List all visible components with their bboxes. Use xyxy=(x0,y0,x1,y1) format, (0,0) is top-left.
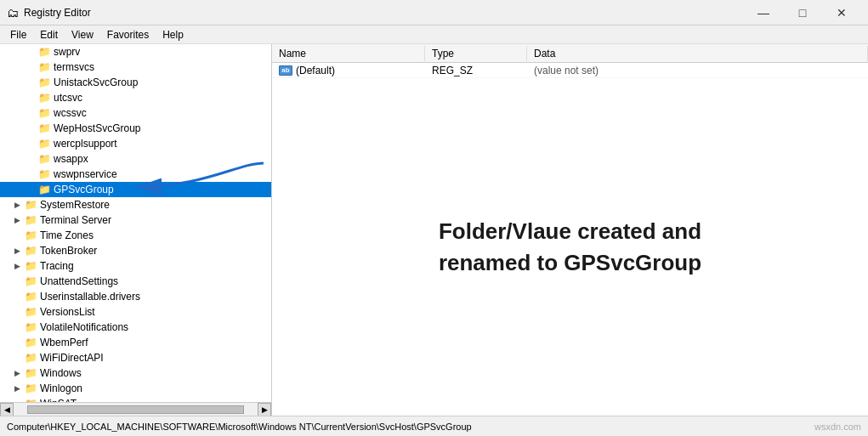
tree-item[interactable]: ▶📁Windows xyxy=(0,365,271,381)
close-button[interactable]: ✕ xyxy=(822,0,861,25)
tree-item[interactable]: 📁GPSvcGroup xyxy=(0,182,271,197)
content-area: 📁swprv📁termsvcs📁UnistackSvcGroup📁utcsvc📁… xyxy=(0,44,868,416)
tree-item[interactable]: 📁VersionsList xyxy=(0,304,271,320)
tree-item[interactable]: ▶📁TokenBroker xyxy=(0,243,271,258)
folder-icon: 📁 xyxy=(24,290,37,303)
tree-item-label: WepHostSvcGroup xyxy=(54,122,141,134)
maximize-button[interactable]: □ xyxy=(783,0,822,25)
tree-item-label: Userinstallable.drivers xyxy=(40,291,140,303)
cell-name: ab (Default) xyxy=(272,64,425,77)
menu-view[interactable]: View xyxy=(65,27,100,42)
tree-item[interactable]: 📁WinSAT xyxy=(0,396,271,402)
title-bar-controls: — □ ✕ xyxy=(744,0,861,25)
col-header-data[interactable]: Data xyxy=(527,46,868,61)
expand-arrow-icon xyxy=(24,137,37,150)
annotation-area: Folder/Vlaue created and renamed to GPSv… xyxy=(272,78,868,416)
status-bar: Computer\HKEY_LOCAL_MACHINE\SOFTWARE\Mic… xyxy=(0,416,868,436)
expand-arrow-icon xyxy=(10,351,24,365)
watermark: wsxdn.com xyxy=(814,422,861,432)
folder-icon: 📁 xyxy=(37,106,51,120)
menu-help[interactable]: Help xyxy=(156,27,190,42)
minimize-button[interactable]: — xyxy=(744,0,783,25)
menu-edit[interactable]: Edit xyxy=(33,27,65,42)
annotation-text: Folder/Vlaue created and renamed to GPSv… xyxy=(439,216,701,278)
menu-file[interactable]: File xyxy=(3,27,33,42)
expand-arrow-icon: ▶ xyxy=(10,244,24,258)
tree-item[interactable]: 📁wercplsupport xyxy=(0,136,271,151)
tree-item[interactable]: 📁WbemPerf xyxy=(0,335,271,350)
tree-item[interactable]: 📁UnattendSettings xyxy=(0,274,271,289)
tree-item[interactable]: 📁VolatileNotifications xyxy=(0,320,271,335)
tree-item[interactable]: 📁Userinstallable.drivers xyxy=(0,289,271,304)
app-icon: 🗂 xyxy=(7,6,19,20)
tree-item[interactable]: 📁WepHostSvcGroup xyxy=(0,121,271,136)
tree-item-label: wercplsupport xyxy=(54,138,117,150)
tree-item[interactable]: 📁wsappx xyxy=(0,151,271,167)
tree-item[interactable]: 📁UnistackSvcGroup xyxy=(0,75,271,90)
tree-panel: 📁swprv📁termsvcs📁UnistackSvcGroup📁utcsvc📁… xyxy=(0,44,272,416)
column-headers: Name Type Data xyxy=(272,44,868,63)
tree-item[interactable]: ▶📁SystemRestore xyxy=(0,197,271,212)
value-name: (Default) xyxy=(296,65,335,76)
folder-icon: 📁 xyxy=(37,45,51,59)
title-bar: 🗂 Registry Editor — □ ✕ xyxy=(0,0,868,25)
expand-arrow-icon: ▶ xyxy=(10,366,24,380)
expand-arrow-icon xyxy=(24,152,37,166)
folder-icon: 📁 xyxy=(24,305,37,319)
tree-item[interactable]: ▶📁Terminal Server xyxy=(0,212,271,228)
folder-icon: 📁 xyxy=(24,229,37,242)
tree-scroll[interactable]: 📁swprv📁termsvcs📁UnistackSvcGroup📁utcsvc📁… xyxy=(0,44,271,402)
expand-arrow-icon: ▶ xyxy=(10,198,24,212)
tree-item-label: UnattendSettings xyxy=(40,275,118,287)
hscroll-thumb[interactable] xyxy=(27,405,244,414)
expand-arrow-icon: ▶ xyxy=(10,382,24,395)
tree-item-label: Winlogon xyxy=(40,382,82,394)
cell-data: (value not set) xyxy=(527,64,868,77)
expand-arrow-icon xyxy=(10,305,24,319)
menu-favorites[interactable]: Favorites xyxy=(100,27,156,42)
tree-item-label: VersionsList xyxy=(40,306,95,318)
tree-item-label: VolatileNotifications xyxy=(40,321,128,333)
expand-arrow-icon xyxy=(24,183,37,196)
expand-arrow-icon xyxy=(24,45,37,59)
tree-item[interactable]: ▶📁Tracing xyxy=(0,258,271,274)
tree-item-label: UnistackSvcGroup xyxy=(54,76,138,88)
window-title: Registry Editor xyxy=(24,7,91,19)
tree-item-label: swprv xyxy=(54,46,80,58)
status-path: Computer\HKEY_LOCAL_MACHINE\SOFTWARE\Mic… xyxy=(7,422,472,432)
tree-item[interactable]: 📁termsvcs xyxy=(0,59,271,75)
folder-icon: 📁 xyxy=(37,152,51,166)
tree-item[interactable]: 📁swprv xyxy=(0,44,271,59)
tree-item-label: WiFiDirectAPI xyxy=(40,352,104,364)
tree-item-label: Time Zones xyxy=(40,229,94,241)
tree-item-label: GPSvcGroup xyxy=(54,184,114,195)
tree-item-label: SystemRestore xyxy=(40,199,110,211)
expand-arrow-icon xyxy=(24,60,37,74)
hscroll-left[interactable]: ◀ xyxy=(0,403,14,416)
main-content: 📁swprv📁termsvcs📁UnistackSvcGroup📁utcsvc📁… xyxy=(0,44,868,416)
expand-arrow-icon xyxy=(10,229,24,242)
folder-icon: 📁 xyxy=(24,244,37,258)
tree-item[interactable]: 📁Time Zones xyxy=(0,228,271,243)
right-panel: Name Type Data ab (Default) REG_SZ (valu… xyxy=(272,44,868,416)
expand-arrow-icon xyxy=(10,290,24,303)
folder-icon: 📁 xyxy=(24,351,37,365)
tree-hscroll: ◀ ▶ xyxy=(0,402,271,416)
expand-arrow-icon xyxy=(10,336,24,349)
tree-item[interactable]: ▶📁Winlogon xyxy=(0,381,271,396)
col-header-name[interactable]: Name xyxy=(272,46,425,61)
folder-icon: 📁 xyxy=(37,122,51,135)
folder-icon: 📁 xyxy=(24,320,37,334)
col-header-type[interactable]: Type xyxy=(425,46,527,61)
tree-item[interactable]: 📁wcssvc xyxy=(0,105,271,121)
expand-arrow-icon xyxy=(24,91,37,105)
tree-item[interactable]: 📁wswpnservice xyxy=(0,167,271,182)
folder-icon: 📁 xyxy=(24,259,37,273)
hscroll-right[interactable]: ▶ xyxy=(258,403,271,416)
expand-arrow-icon xyxy=(10,320,24,334)
tree-item[interactable]: 📁utcsvc xyxy=(0,90,271,105)
folder-icon: 📁 xyxy=(37,76,51,89)
annotation-line2: renamed to GPSvcGroup xyxy=(439,250,701,275)
table-row[interactable]: ab (Default) REG_SZ (value not set) xyxy=(272,63,868,78)
tree-item[interactable]: 📁WiFiDirectAPI xyxy=(0,350,271,365)
